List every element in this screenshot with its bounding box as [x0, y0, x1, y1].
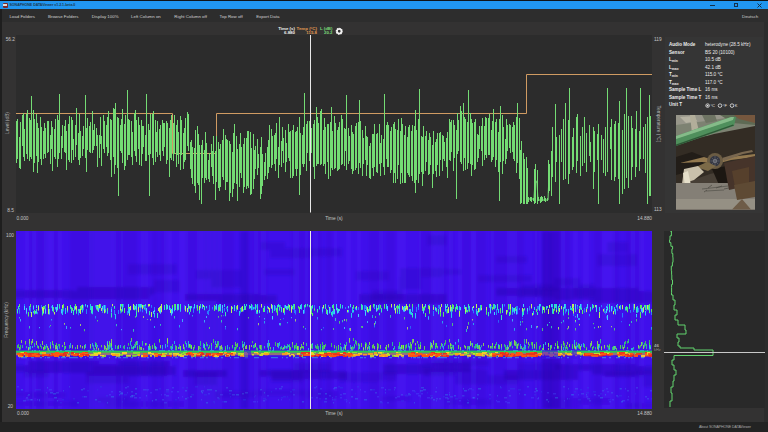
svg-text:°C: °C [710, 103, 715, 108]
svg-text:°F: °F [723, 103, 728, 108]
svg-text:K: K [735, 103, 738, 108]
